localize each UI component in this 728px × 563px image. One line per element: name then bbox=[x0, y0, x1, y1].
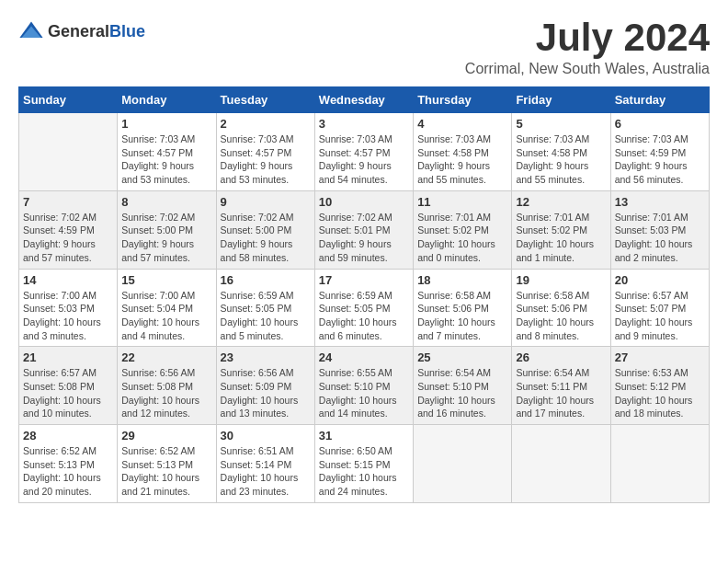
day-info: Sunrise: 7:01 AM Sunset: 5:02 PM Dayligh… bbox=[516, 211, 606, 265]
calendar-day-cell: 27Sunrise: 6:53 AM Sunset: 5:12 PM Dayli… bbox=[610, 347, 709, 425]
calendar-day-cell: 13Sunrise: 7:01 AM Sunset: 5:03 PM Dayli… bbox=[610, 190, 709, 269]
calendar-day-cell: 8Sunrise: 7:02 AM Sunset: 5:00 PM Daylig… bbox=[118, 190, 216, 269]
logo-blue: Blue bbox=[109, 22, 145, 41]
calendar-day-cell: 9Sunrise: 7:02 AM Sunset: 5:00 PM Daylig… bbox=[216, 190, 314, 269]
day-number: 2 bbox=[221, 117, 311, 131]
day-info: Sunrise: 7:03 AM Sunset: 4:57 PM Dayligh… bbox=[221, 132, 311, 187]
day-number: 31 bbox=[319, 429, 409, 442]
location-subtitle: Corrimal, New South Wales, Australia bbox=[465, 61, 710, 77]
day-number: 20 bbox=[615, 273, 705, 287]
calendar-day-cell: 1Sunrise: 7:03 AM Sunset: 4:57 PM Daylig… bbox=[118, 113, 216, 191]
calendar-day-cell: 20Sunrise: 6:57 AM Sunset: 5:07 PM Dayli… bbox=[610, 269, 709, 347]
day-number: 30 bbox=[221, 429, 311, 442]
calendar-day-cell: 2Sunrise: 7:03 AM Sunset: 4:57 PM Daylig… bbox=[216, 113, 314, 191]
header-monday: Monday bbox=[118, 87, 216, 113]
day-number: 14 bbox=[23, 273, 113, 287]
logo-icon bbox=[18, 18, 44, 44]
day-info: Sunrise: 6:59 AM Sunset: 5:05 PM Dayligh… bbox=[319, 289, 409, 343]
day-info: Sunrise: 7:03 AM Sunset: 4:57 PM Dayligh… bbox=[319, 132, 409, 187]
day-info: Sunrise: 6:56 AM Sunset: 5:09 PM Dayligh… bbox=[221, 366, 311, 420]
calendar-week-row: 21Sunrise: 6:57 AM Sunset: 5:08 PM Dayli… bbox=[19, 347, 710, 425]
day-info: Sunrise: 7:03 AM Sunset: 4:57 PM Dayligh… bbox=[121, 132, 211, 187]
calendar-day-cell: 25Sunrise: 6:54 AM Sunset: 5:10 PM Dayli… bbox=[414, 347, 512, 425]
day-number: 1 bbox=[121, 117, 211, 131]
day-info: Sunrise: 7:02 AM Sunset: 5:00 PM Dayligh… bbox=[221, 211, 311, 265]
day-info: Sunrise: 7:02 AM Sunset: 5:01 PM Dayligh… bbox=[319, 211, 409, 265]
day-number: 28 bbox=[23, 429, 113, 442]
header-sunday: Sunday bbox=[19, 87, 118, 113]
calendar-day-cell: 28Sunrise: 6:52 AM Sunset: 5:13 PM Dayli… bbox=[19, 425, 118, 503]
day-info: Sunrise: 7:01 AM Sunset: 5:03 PM Dayligh… bbox=[615, 211, 705, 265]
calendar-day-cell: 11Sunrise: 7:01 AM Sunset: 5:02 PM Dayli… bbox=[414, 190, 512, 269]
header-friday: Friday bbox=[512, 87, 610, 113]
header-tuesday: Tuesday bbox=[216, 87, 314, 113]
calendar-day-cell: 4Sunrise: 7:03 AM Sunset: 4:58 PM Daylig… bbox=[414, 113, 512, 191]
calendar-day-cell: 16Sunrise: 6:59 AM Sunset: 5:05 PM Dayli… bbox=[216, 269, 314, 347]
day-number: 18 bbox=[417, 273, 507, 287]
calendar-day-cell: 30Sunrise: 6:51 AM Sunset: 5:14 PM Dayli… bbox=[216, 425, 314, 503]
day-info: Sunrise: 6:53 AM Sunset: 5:12 PM Dayligh… bbox=[615, 366, 705, 420]
calendar-day-cell: 7Sunrise: 7:02 AM Sunset: 4:59 PM Daylig… bbox=[19, 190, 118, 269]
day-number: 6 bbox=[615, 117, 705, 131]
calendar-day-cell: 10Sunrise: 7:02 AM Sunset: 5:01 PM Dayli… bbox=[314, 190, 413, 269]
day-number: 25 bbox=[417, 350, 507, 364]
calendar-day-cell: 19Sunrise: 6:58 AM Sunset: 5:06 PM Dayli… bbox=[512, 269, 610, 347]
day-number: 16 bbox=[221, 273, 311, 287]
calendar-day-cell bbox=[414, 425, 512, 503]
calendar-day-cell bbox=[19, 113, 118, 191]
header-wednesday: Wednesday bbox=[314, 87, 413, 113]
calendar-week-row: 1Sunrise: 7:03 AM Sunset: 4:57 PM Daylig… bbox=[19, 113, 710, 191]
day-info: Sunrise: 7:00 AM Sunset: 5:03 PM Dayligh… bbox=[23, 289, 113, 343]
day-number: 19 bbox=[516, 273, 606, 287]
day-info: Sunrise: 6:58 AM Sunset: 5:06 PM Dayligh… bbox=[417, 289, 507, 343]
day-number: 10 bbox=[319, 195, 409, 209]
day-info: Sunrise: 6:59 AM Sunset: 5:05 PM Dayligh… bbox=[221, 289, 311, 343]
logo: General Blue bbox=[18, 18, 145, 44]
month-year-title: July 2024 bbox=[465, 18, 710, 57]
day-info: Sunrise: 6:52 AM Sunset: 5:13 PM Dayligh… bbox=[121, 444, 211, 499]
calendar-day-cell: 26Sunrise: 6:54 AM Sunset: 5:11 PM Dayli… bbox=[512, 347, 610, 425]
day-number: 24 bbox=[319, 350, 409, 364]
day-number: 26 bbox=[516, 350, 606, 364]
calendar-day-cell bbox=[512, 425, 610, 503]
day-number: 23 bbox=[221, 350, 311, 364]
calendar-day-cell: 23Sunrise: 6:56 AM Sunset: 5:09 PM Dayli… bbox=[216, 347, 314, 425]
day-info: Sunrise: 7:03 AM Sunset: 4:58 PM Dayligh… bbox=[417, 132, 507, 187]
day-number: 4 bbox=[417, 117, 507, 131]
day-number: 12 bbox=[516, 195, 606, 209]
day-number: 8 bbox=[121, 195, 211, 209]
day-info: Sunrise: 6:56 AM Sunset: 5:08 PM Dayligh… bbox=[121, 366, 211, 420]
day-number: 21 bbox=[23, 350, 113, 364]
day-number: 27 bbox=[615, 350, 705, 364]
calendar-day-cell: 14Sunrise: 7:00 AM Sunset: 5:03 PM Dayli… bbox=[19, 269, 118, 347]
day-number: 29 bbox=[121, 429, 211, 442]
day-number: 15 bbox=[121, 273, 211, 287]
day-info: Sunrise: 7:02 AM Sunset: 4:59 PM Dayligh… bbox=[23, 211, 113, 265]
day-info: Sunrise: 7:00 AM Sunset: 5:04 PM Dayligh… bbox=[121, 289, 211, 343]
title-section: July 2024 Corrimal, New South Wales, Aus… bbox=[465, 18, 710, 77]
day-number: 17 bbox=[319, 273, 409, 287]
day-info: Sunrise: 7:01 AM Sunset: 5:02 PM Dayligh… bbox=[417, 211, 507, 265]
day-info: Sunrise: 6:54 AM Sunset: 5:11 PM Dayligh… bbox=[516, 366, 606, 420]
calendar-day-cell bbox=[610, 425, 709, 503]
page-header: General Blue July 2024 Corrimal, New Sou… bbox=[18, 18, 710, 77]
day-info: Sunrise: 6:52 AM Sunset: 5:13 PM Dayligh… bbox=[23, 444, 113, 499]
calendar-day-cell: 3Sunrise: 7:03 AM Sunset: 4:57 PM Daylig… bbox=[314, 113, 413, 191]
day-info: Sunrise: 6:51 AM Sunset: 5:14 PM Dayligh… bbox=[221, 444, 311, 499]
day-info: Sunrise: 6:57 AM Sunset: 5:08 PM Dayligh… bbox=[23, 366, 113, 420]
calendar-day-cell: 15Sunrise: 7:00 AM Sunset: 5:04 PM Dayli… bbox=[118, 269, 216, 347]
header-saturday: Saturday bbox=[610, 87, 709, 113]
day-number: 11 bbox=[417, 195, 507, 209]
calendar-day-cell: 6Sunrise: 7:03 AM Sunset: 4:59 PM Daylig… bbox=[610, 113, 709, 191]
calendar-day-cell: 24Sunrise: 6:55 AM Sunset: 5:10 PM Dayli… bbox=[314, 347, 413, 425]
day-number: 5 bbox=[516, 117, 606, 131]
day-number: 3 bbox=[319, 117, 409, 131]
calendar-day-cell: 18Sunrise: 6:58 AM Sunset: 5:06 PM Dayli… bbox=[414, 269, 512, 347]
day-info: Sunrise: 7:03 AM Sunset: 4:58 PM Dayligh… bbox=[516, 132, 606, 187]
calendar-day-cell: 22Sunrise: 6:56 AM Sunset: 5:08 PM Dayli… bbox=[118, 347, 216, 425]
calendar-day-cell: 21Sunrise: 6:57 AM Sunset: 5:08 PM Dayli… bbox=[19, 347, 118, 425]
calendar-day-cell: 5Sunrise: 7:03 AM Sunset: 4:58 PM Daylig… bbox=[512, 113, 610, 191]
day-info: Sunrise: 6:50 AM Sunset: 5:15 PM Dayligh… bbox=[319, 444, 409, 499]
calendar-week-row: 14Sunrise: 7:00 AM Sunset: 5:03 PM Dayli… bbox=[19, 269, 710, 347]
calendar-day-cell: 12Sunrise: 7:01 AM Sunset: 5:02 PM Dayli… bbox=[512, 190, 610, 269]
